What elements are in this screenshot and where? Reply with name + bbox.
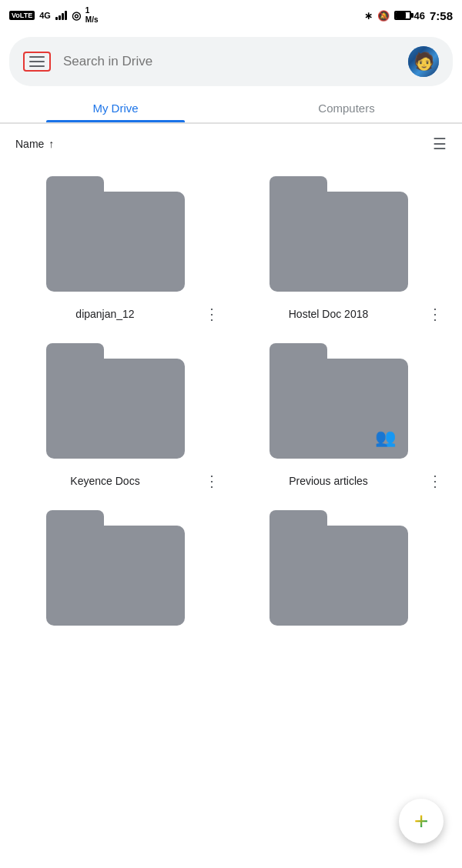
folder-icon[interactable] xyxy=(46,510,192,629)
folder-grid: dipanjan_12 ⋮ Hostel Doc 2018 ⋮ Keyence … xyxy=(0,161,462,699)
folder-menu-button[interactable]: ⋮ xyxy=(201,303,223,325)
wifi-icon: ◎ xyxy=(72,9,81,22)
list-view-icon[interactable]: ☰ xyxy=(433,135,447,153)
tab-my-drive[interactable]: My Drive xyxy=(0,92,231,122)
search-bar xyxy=(9,37,453,86)
battery-level: 46 xyxy=(414,10,425,22)
time-display: 7:58 xyxy=(430,9,453,22)
volte-badge: VoLTE xyxy=(9,11,35,20)
avatar-image xyxy=(408,46,439,77)
folder-icon[interactable]: 👥 xyxy=(270,343,416,462)
folder-tab xyxy=(270,343,327,360)
folder-shape xyxy=(46,176,185,292)
signal-bars xyxy=(55,11,67,20)
sort-label: Name xyxy=(15,138,44,150)
folder-item: 👥 Previous articles ⋮ xyxy=(239,343,447,492)
sort-row: Name ↑ ☰ xyxy=(0,124,462,161)
folder-item xyxy=(239,510,447,637)
folder-shape xyxy=(270,176,408,292)
search-input[interactable] xyxy=(63,54,396,69)
folder-icon[interactable] xyxy=(46,176,192,295)
folder-name: Hostel Doc 2018 xyxy=(239,308,418,320)
hamburger-box[interactable] xyxy=(23,52,51,72)
folder-name: Previous articles xyxy=(239,475,418,487)
folder-menu-button[interactable]: ⋮ xyxy=(424,303,447,325)
tab-computers[interactable]: Computers xyxy=(231,92,462,122)
shared-badge-icon: 👥 xyxy=(375,428,396,448)
folder-shape xyxy=(46,510,185,626)
bluetooth-icon: ∗ xyxy=(364,10,373,22)
folder-name: Keyence Docs xyxy=(15,475,195,487)
folder-shape: 👥 xyxy=(270,343,408,459)
folder-label-row: Hostel Doc 2018 ⋮ xyxy=(239,303,447,325)
folder-tab xyxy=(270,510,327,527)
folder-icon[interactable] xyxy=(46,343,192,462)
folder-tab xyxy=(46,510,104,527)
folder-name: dipanjan_12 xyxy=(15,308,195,320)
folder-tab xyxy=(270,176,327,193)
hamburger-icon[interactable] xyxy=(29,56,45,67)
folder-body xyxy=(46,192,185,292)
folder-body xyxy=(270,526,408,626)
network-type: 4G xyxy=(39,11,51,20)
folder-label-row: Keyence Docs ⋮ xyxy=(15,470,223,492)
status-bar: VoLTE 4G ◎ 1 M/s ∗ 🔕 46 7:58 xyxy=(0,0,462,31)
avatar[interactable] xyxy=(408,46,439,77)
tabs-container: My Drive Computers xyxy=(0,92,462,123)
folder-menu-button[interactable]: ⋮ xyxy=(201,470,223,492)
folder-item: Keyence Docs ⋮ xyxy=(15,343,223,492)
battery-icon xyxy=(394,11,411,20)
folder-icon[interactable] xyxy=(270,176,416,295)
silent-icon: 🔕 xyxy=(377,10,390,22)
folder-label-row: Previous articles ⋮ xyxy=(239,470,447,492)
folder-tab xyxy=(46,343,104,360)
folder-label-row: dipanjan_12 ⋮ xyxy=(15,303,223,325)
folder-item: dipanjan_12 ⋮ xyxy=(15,176,223,325)
folder-shape xyxy=(270,510,408,626)
sort-name[interactable]: Name ↑ xyxy=(15,138,54,150)
folder-body xyxy=(270,192,408,292)
status-left: VoLTE 4G ◎ 1 M/s xyxy=(9,6,99,25)
folder-body: 👥 xyxy=(270,359,408,459)
folder-icon[interactable] xyxy=(270,510,416,629)
folder-item: Hostel Doc 2018 ⋮ xyxy=(239,176,447,325)
sort-arrow: ↑ xyxy=(49,138,54,150)
battery-fill xyxy=(396,12,407,18)
status-right: ∗ 🔕 46 7:58 xyxy=(364,9,454,22)
add-fab-button[interactable]: + xyxy=(399,799,444,843)
folder-item xyxy=(15,510,223,637)
speed-text: 1 M/s xyxy=(85,6,99,25)
folder-menu-button[interactable]: ⋮ xyxy=(424,470,447,492)
folder-shape xyxy=(46,343,185,459)
folder-body xyxy=(46,526,185,626)
add-icon: + xyxy=(414,809,429,833)
folder-body xyxy=(46,359,185,459)
battery-block: 46 xyxy=(394,10,425,22)
folder-tab xyxy=(46,176,104,193)
